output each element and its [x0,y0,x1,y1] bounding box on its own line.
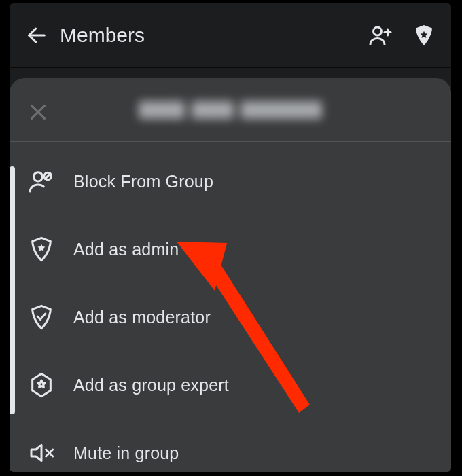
menu-item-label: Add as admin [73,240,179,259]
speaker-mute-icon [27,439,56,467]
action-menu: Block From Group Add as admin [10,142,451,472]
menu-item-label: Add as moderator [73,308,211,327]
sheet-header [10,78,451,142]
menu-item-label: Block From Group [73,172,213,191]
member-name-redacted [128,98,332,122]
shield-badge-icon[interactable] [410,22,438,49]
menu-item-mute[interactable]: Mute in group [10,419,451,472]
menu-item-add-moderator[interactable]: Add as moderator [10,283,451,351]
svg-point-6 [33,172,42,181]
shield-check-icon [27,303,56,331]
hexagon-star-icon [27,371,56,399]
add-person-icon[interactable] [367,22,394,49]
close-icon[interactable] [23,97,53,127]
menu-item-label: Mute in group [73,443,179,463]
back-arrow-icon[interactable] [16,15,57,56]
svg-point-1 [374,27,382,35]
menu-item-add-admin[interactable]: Add as admin [10,215,451,283]
menu-item-block[interactable]: Block From Group [10,147,451,215]
page-title: Members [57,24,367,47]
shield-star-icon [27,235,56,263]
svg-marker-9 [33,373,51,396]
member-actions-sheet: Block From Group Add as admin [10,78,451,472]
menu-item-add-expert[interactable]: Add as group expert [10,351,451,419]
scroll-indicator [10,166,15,414]
menu-item-label: Add as group expert [73,376,229,395]
members-header: Members [10,3,451,68]
person-block-icon [27,167,56,196]
svg-line-8 [45,174,50,179]
